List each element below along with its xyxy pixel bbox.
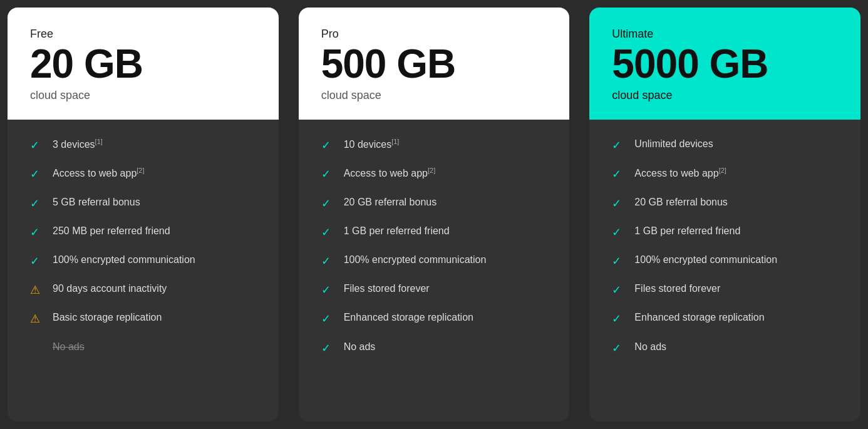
- list-item: ✓10 devices[1]: [321, 137, 547, 153]
- plan-storage-free: 20 GB: [30, 43, 256, 85]
- feature-label: 20 GB referral bonus: [634, 195, 728, 209]
- feature-sup: [2]: [719, 167, 726, 174]
- list-item: ✓No ads: [612, 340, 838, 356]
- feature-label: No ads: [344, 340, 376, 354]
- column-divider: [577, 0, 582, 429]
- check-icon: ✓: [612, 167, 626, 182]
- check-icon: ✓: [321, 225, 335, 240]
- feature-sup: [1]: [391, 138, 399, 145]
- feature-label: Enhanced storage replication: [344, 311, 473, 324]
- feature-label: 100% encrypted communication: [344, 253, 487, 267]
- column-divider: [286, 0, 291, 429]
- check-icon: ✓: [321, 254, 335, 269]
- feature-label: Access to web app[2]: [634, 166, 726, 181]
- check-icon: ✓: [321, 138, 335, 153]
- feature-label: 1 GB per referred friend: [344, 224, 450, 238]
- plan-subtitle-ultimate: cloud space: [612, 89, 838, 102]
- plan-column-ultimate: Ultimate5000 GBcloud space✓Unlimited dev…: [582, 0, 868, 429]
- check-icon: ✓: [612, 196, 626, 212]
- feature-sup: [1]: [95, 138, 103, 145]
- list-item: ✓Access to web app[2]: [321, 166, 547, 182]
- plan-column-free: Free20 GBcloud space✓3 devices[1]✓Access…: [0, 0, 286, 429]
- feature-label: Unlimited devices: [634, 137, 713, 151]
- list-item: ✓3 devices[1]: [30, 137, 256, 153]
- list-item: ✓Access to web app[2]: [30, 166, 256, 182]
- plan-subtitle-pro: cloud space: [321, 89, 547, 102]
- feature-label: No ads: [634, 340, 666, 354]
- list-item: ✓Unlimited devices: [612, 137, 838, 153]
- feature-label: 90 days account inactivity: [53, 282, 167, 296]
- list-item: ✓No ads: [30, 340, 256, 354]
- check-icon: ✓: [321, 196, 335, 212]
- check-icon: ✓: [321, 341, 335, 356]
- list-item: ✓20 GB referral bonus: [612, 195, 838, 212]
- feature-label: 100% encrypted communication: [53, 253, 195, 267]
- plan-subtitle-free: cloud space: [30, 89, 256, 102]
- check-icon: ✓: [30, 138, 44, 153]
- check-icon: ✓: [321, 282, 335, 298]
- check-icon: ✓: [321, 311, 335, 327]
- list-item: ✓100% encrypted communication: [30, 253, 256, 269]
- list-item: ✓1 GB per referred friend: [321, 224, 547, 240]
- list-item: ✓No ads: [321, 340, 547, 356]
- check-icon: ✓: [612, 254, 626, 269]
- list-item: ⚠90 days account inactivity: [30, 282, 256, 298]
- feature-label: 20 GB referral bonus: [344, 195, 437, 209]
- list-item: ✓Files stored forever: [321, 282, 547, 298]
- empty-icon: ✓: [30, 341, 44, 354]
- list-item: ✓100% encrypted communication: [612, 253, 838, 269]
- plan-tier-pro: Pro: [321, 28, 547, 41]
- list-item: ✓Access to web app[2]: [612, 166, 838, 182]
- check-icon: ✓: [30, 225, 44, 240]
- plan-header-ultimate: Ultimate5000 GBcloud space: [589, 8, 860, 120]
- plan-storage-ultimate: 5000 GB: [612, 43, 838, 85]
- feature-label: Basic storage replication: [53, 311, 162, 324]
- feature-label: Enhanced storage replication: [634, 311, 764, 324]
- feature-label: Files stored forever: [344, 282, 430, 296]
- list-item: ✓250 MB per referred friend: [30, 224, 256, 240]
- feature-label: No ads: [53, 340, 85, 354]
- check-icon: ✓: [30, 196, 44, 212]
- list-item: ✓1 GB per referred friend: [612, 224, 838, 240]
- plan-features-pro: ✓10 devices[1]✓Access to web app[2]✓20 G…: [299, 120, 570, 421]
- check-icon: ✓: [612, 311, 626, 327]
- plan-header-pro: Pro500 GBcloud space: [299, 8, 570, 120]
- plan-tier-free: Free: [30, 28, 256, 41]
- check-icon: ✓: [30, 167, 44, 182]
- feature-label: Files stored forever: [634, 282, 720, 296]
- check-icon: ✓: [612, 282, 626, 298]
- check-icon: ✓: [612, 341, 626, 356]
- list-item: ✓20 GB referral bonus: [321, 195, 547, 212]
- check-icon: ✓: [321, 167, 335, 182]
- feature-sup: [2]: [428, 167, 435, 174]
- feature-label: Access to web app[2]: [53, 166, 145, 181]
- feature-label: 3 devices[1]: [53, 137, 103, 152]
- list-item: ✓Enhanced storage replication: [321, 311, 547, 327]
- check-icon: ✓: [612, 225, 626, 240]
- feature-label: 100% encrypted communication: [634, 253, 777, 267]
- list-item: ✓Files stored forever: [612, 282, 838, 298]
- plan-header-free: Free20 GBcloud space: [8, 8, 279, 120]
- plan-tier-ultimate: Ultimate: [612, 28, 838, 41]
- list-item: ✓Enhanced storage replication: [612, 311, 838, 327]
- plan-features-ultimate: ✓Unlimited devices✓Access to web app[2]✓…: [589, 120, 860, 421]
- check-icon: ✓: [612, 138, 626, 153]
- warning-icon: ⚠: [30, 282, 44, 298]
- plan-storage-pro: 500 GB: [321, 43, 547, 85]
- list-item: ⚠Basic storage replication: [30, 311, 256, 327]
- list-item: ✓5 GB referral bonus: [30, 195, 256, 212]
- feature-label: 1 GB per referred friend: [634, 224, 740, 238]
- plan-features-free: ✓3 devices[1]✓Access to web app[2]✓5 GB …: [8, 120, 279, 421]
- feature-label: 5 GB referral bonus: [53, 195, 140, 209]
- feature-label: 250 MB per referred friend: [53, 224, 170, 238]
- warning-icon: ⚠: [30, 311, 44, 327]
- feature-label: 10 devices[1]: [344, 137, 400, 152]
- check-icon: ✓: [30, 254, 44, 269]
- feature-label: Access to web app[2]: [344, 166, 436, 181]
- feature-sup: [2]: [137, 167, 144, 174]
- plan-column-pro: Pro500 GBcloud space✓10 devices[1]✓Acces…: [291, 0, 577, 429]
- list-item: ✓100% encrypted communication: [321, 253, 547, 269]
